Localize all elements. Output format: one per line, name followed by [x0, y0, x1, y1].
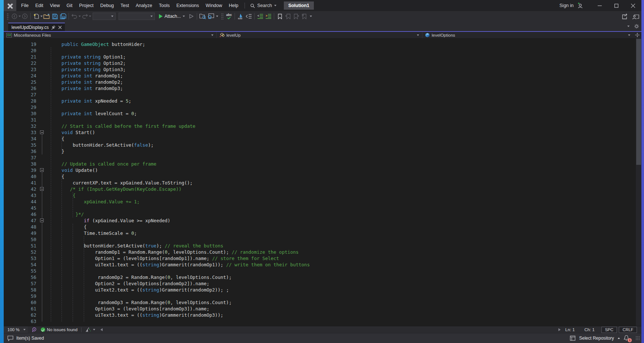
configuration-dropdown[interactable] [93, 13, 116, 20]
code-line[interactable]: 39 void Update() [4, 167, 641, 173]
code-line[interactable]: 46 }*/ [4, 211, 641, 217]
horizontal-scrollbar-track[interactable] [105, 326, 556, 333]
menu-item-help[interactable]: Help [226, 0, 242, 11]
code-line[interactable]: 35 buttonHider.SetActive(false); [4, 142, 641, 148]
member-dropdown[interactable]: levelOptions [422, 32, 641, 38]
previous-bookmark-button[interactable] [284, 12, 292, 21]
code-line[interactable]: 36 } [4, 148, 641, 154]
save-all-button[interactable] [59, 12, 67, 21]
code-line[interactable]: 50 [4, 236, 641, 243]
menu-item-edit[interactable]: Edit [32, 0, 47, 11]
hscroll-left-arrow[interactable] [100, 328, 103, 331]
code-line[interactable]: 33 void Start() [4, 129, 641, 136]
live-share-button[interactable] [632, 13, 639, 20]
code-line[interactable]: 41 currentXP.text = xpGained.Value.ToStr… [4, 180, 641, 186]
code-line[interactable]: 29 [4, 104, 641, 110]
next-bookmark-button[interactable] [292, 12, 300, 21]
project-scope-dropdown[interactable]: C# Miscellaneous Files [4, 32, 217, 38]
code-line[interactable]: 43 { [4, 192, 641, 199]
navigate-forward-button[interactable] [21, 12, 29, 21]
menu-item-project[interactable]: Project [76, 0, 97, 11]
toolbar-drag-handle[interactable] [221, 13, 223, 20]
issues-status[interactable]: No issues found [41, 327, 77, 332]
fold-collapse-box[interactable] [40, 130, 44, 134]
document-health-indicator[interactable] [31, 327, 37, 332]
fold-collapse-box[interactable] [40, 219, 44, 222]
code-line[interactable]: 26 private int randomOp3; [4, 85, 641, 91]
code-line[interactable]: 20 [4, 47, 641, 54]
code-line[interactable]: 24 private int randomOp1; [4, 73, 641, 79]
code-line[interactable]: 54 uiText1.text = ((string)Grammerit(ran… [4, 262, 641, 268]
bookmark-options-chevron-icon[interactable] [310, 16, 312, 17]
split-window-icon[interactable] [635, 33, 640, 37]
code-line[interactable]: 55 [4, 268, 641, 274]
decrease-indent-button[interactable] [256, 12, 264, 21]
code-line[interactable]: 32 // Start is called before the first f… [4, 123, 641, 129]
code-line[interactable]: 52 randomOp1 = Random.Range(0, levelOpti… [4, 249, 641, 255]
save-button[interactable] [51, 12, 59, 21]
solution-explorer-home-button[interactable] [207, 12, 215, 21]
visual-studio-logo-icon[interactable] [4, 0, 16, 11]
select-repository-label[interactable]: Select Repository [579, 336, 614, 341]
undo-button[interactable] [70, 12, 79, 21]
code-line[interactable]: 45 [4, 205, 641, 211]
code-line[interactable]: 40 { [4, 173, 641, 180]
code-line[interactable]: 53 Option1 = (levelOptions[randomOp1]).n… [4, 255, 641, 262]
search-control[interactable]: Search [248, 3, 279, 8]
code-line[interactable]: 37 [4, 154, 641, 161]
close-window-button[interactable] [625, 0, 641, 11]
menu-item-extensions[interactable]: Extensions [173, 0, 202, 11]
toolbar-drag-handle[interactable] [7, 13, 9, 20]
code-cleanup-button[interactable] [85, 327, 95, 332]
menu-item-analyze[interactable]: Analyze [132, 0, 155, 11]
menu-item-tools[interactable]: Tools [156, 0, 173, 11]
tab-list-chevron-icon[interactable] [627, 26, 630, 27]
tab-levelupddisplay[interactable]: levelUpdDisplay.cs [8, 23, 65, 31]
code-structure-button[interactable] [245, 12, 253, 21]
solution-name-chip[interactable]: Solution1 [284, 1, 314, 10]
code-line[interactable]: 34 { [4, 136, 641, 142]
line-ending-indicator[interactable]: CRLF [619, 327, 637, 333]
menu-item-view[interactable]: View [47, 0, 63, 11]
space-mode-indicator[interactable]: SPC [601, 327, 617, 333]
code-line[interactable]: 51 buttonHider.SetActive(true); // revea… [4, 243, 641, 249]
toggle-bookmark-button[interactable] [276, 12, 284, 21]
code-line[interactable]: 56 randomOp2 = Random.Range(0, levelOpti… [4, 274, 641, 280]
spell-checker-button[interactable]: abc [225, 12, 233, 21]
code-line[interactable]: 57 Option2 = (levelOptions[randomOp2]).n… [4, 280, 641, 287]
new-file-button[interactable] [32, 12, 40, 21]
maximize-button[interactable] [608, 0, 625, 11]
menu-item-window[interactable]: Window [202, 0, 225, 11]
sign-in-label[interactable]: Sign in [560, 3, 574, 8]
platform-dropdown[interactable] [119, 13, 155, 20]
start-without-debugging-button[interactable] [187, 12, 195, 21]
code-line[interactable]: 49 Time.timeScale = 0; [4, 230, 641, 236]
fold-collapse-box[interactable] [40, 168, 44, 172]
vertical-scrollbar[interactable] [636, 38, 641, 326]
toolbar-options-chevron-icon[interactable] [216, 16, 218, 17]
code-line[interactable]: 22 private string Option2; [4, 60, 641, 66]
code-line[interactable]: 31 [4, 117, 641, 123]
type-dropdown[interactable]: levelUp [217, 32, 422, 38]
code-line[interactable]: 48 { [4, 224, 641, 230]
code-line[interactable]: 59 [4, 293, 641, 299]
code-line[interactable]: 28 private int xpNeeded = 5; [4, 98, 641, 104]
redo-chevron-icon[interactable] [89, 16, 91, 17]
find-in-files-button[interactable] [199, 12, 207, 21]
tab-settings-gear-icon[interactable] [634, 24, 639, 29]
code-line[interactable]: 47 if (xpGained.Value >= xpNeeded) [4, 217, 641, 224]
share-button[interactable] [621, 13, 628, 20]
navigate-back-button[interactable] [10, 12, 19, 21]
code-line[interactable]: 19 public GameObject buttonHider; [4, 41, 641, 47]
attach-button[interactable]: Attach... [156, 12, 187, 21]
close-tab-icon[interactable] [58, 26, 62, 29]
navigate-to-cursor-button[interactable] [236, 12, 245, 21]
sign-in-account-icon[interactable] [577, 3, 583, 9]
code-line[interactable]: 42 /* if (Input.GetKeyDown(KeyCode.Escap… [4, 186, 641, 192]
code-line[interactable]: 27 [4, 91, 641, 98]
menu-item-git[interactable]: Git [63, 0, 76, 11]
menu-item-file[interactable]: File [18, 0, 32, 11]
code-line[interactable]: 63 [4, 318, 641, 324]
code-editor[interactable]: 19 public GameObject buttonHider;2021 pr… [4, 38, 641, 326]
vertical-scrollbar-thumb[interactable] [636, 39, 641, 165]
